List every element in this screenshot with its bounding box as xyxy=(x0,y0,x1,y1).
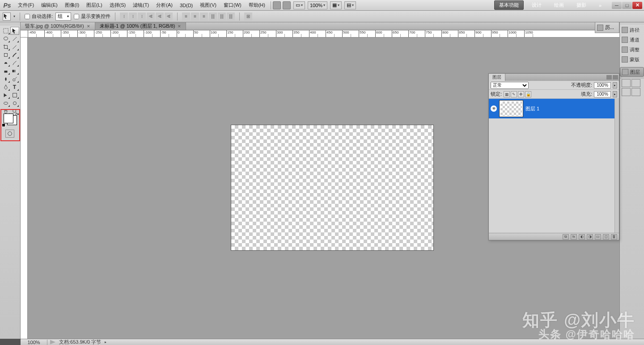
brush-preset-icon[interactable] xyxy=(631,79,640,87)
default-colors-icon[interactable] xyxy=(2,123,5,127)
window-maximize[interactable]: □ xyxy=(622,2,632,9)
opacity-field[interactable]: 100% xyxy=(594,82,611,88)
opacity-slider-icon[interactable]: ▸ xyxy=(613,82,617,88)
show-transform-check[interactable]: 显示变换控件 xyxy=(74,13,110,20)
healing-brush-tool-icon[interactable] xyxy=(1,51,10,59)
visibility-icon[interactable]: 👁 xyxy=(491,105,497,112)
history-panel-collapsed[interactable]: 历... xyxy=(595,22,619,33)
fill-field[interactable]: 100% xyxy=(594,91,611,97)
new-layer-icon[interactable]: ◻ xyxy=(603,234,609,240)
layer-item[interactable]: 👁 图层 1 xyxy=(489,99,619,118)
crop-tool-icon[interactable] xyxy=(1,43,10,51)
lock-pixels-icon[interactable]: ✎ xyxy=(511,91,517,97)
dist-right-icon[interactable]: ||| xyxy=(227,13,235,21)
lock-position-icon[interactable]: ✥ xyxy=(518,91,524,97)
menu-help[interactable]: 帮助(H) xyxy=(245,0,269,11)
new-group-icon[interactable]: ▭ xyxy=(595,234,601,240)
blend-mode-select[interactable]: 正常 xyxy=(491,82,529,89)
link-layers-icon[interactable]: ⧉ xyxy=(563,234,569,240)
status-play-icon[interactable] xyxy=(50,340,55,345)
workspace-more[interactable]: » xyxy=(594,2,606,9)
layer-name[interactable]: 图层 1 xyxy=(525,105,539,112)
lock-all-icon[interactable]: 🔒 xyxy=(525,91,531,97)
menu-file[interactable]: 文件(F) xyxy=(14,0,38,11)
status-doc-info[interactable]: 文档:653.9K/0 字节 xyxy=(55,339,105,345)
vertical-ruler[interactable] xyxy=(21,38,28,339)
fill-slider-icon[interactable]: ▸ xyxy=(613,91,617,97)
dist-top-icon[interactable]: ≡ xyxy=(182,13,190,21)
eyedropper-tool-icon[interactable] xyxy=(10,43,19,51)
move-tool-icon[interactable] xyxy=(10,27,19,35)
history-brush-tool-icon[interactable] xyxy=(10,59,19,67)
menu-window[interactable]: 窗口(W) xyxy=(220,0,245,11)
panel-menu-icon[interactable] xyxy=(613,75,618,80)
3d-camera-tool-icon[interactable] xyxy=(10,99,19,107)
menu-select[interactable]: 选择(S) xyxy=(106,0,130,11)
align-hcenter-icon[interactable]: ⫷ xyxy=(156,13,164,21)
layer-mask-icon[interactable]: ◐ xyxy=(579,234,585,240)
pen-tool-icon[interactable] xyxy=(1,83,10,91)
close-icon[interactable]: ✕ xyxy=(87,24,90,29)
align-vcenter-icon[interactable]: ⫶ xyxy=(129,13,137,21)
auto-select-check[interactable]: 自动选择: xyxy=(25,13,53,20)
adjustments-panel-button[interactable]: 调整 xyxy=(620,45,644,55)
horizontal-ruler[interactable]: -450-400-350-300-250-200-150-100-5005010… xyxy=(21,30,619,38)
doc-tab-1[interactable]: 未标题-1 @ 100% (图层 1, RGB/8)✕ xyxy=(95,22,186,30)
3d-rotate-tool-icon[interactable] xyxy=(1,99,10,107)
zoom-drop[interactable]: 100%▾ xyxy=(308,1,327,9)
auto-align-icon[interactable]: ⊞ xyxy=(244,13,252,21)
window-close[interactable]: ✕ xyxy=(632,2,642,9)
layers-panel-button[interactable]: 图层 xyxy=(620,67,644,77)
align-bottom-icon[interactable]: ⫶ xyxy=(138,13,146,21)
magic-wand-tool-icon[interactable] xyxy=(10,35,19,43)
bridge-icon[interactable] xyxy=(273,1,281,9)
path-select-tool-icon[interactable] xyxy=(1,91,10,99)
type-tool-icon[interactable]: T xyxy=(10,83,19,91)
lasso-tool-icon[interactable] xyxy=(1,35,10,43)
marquee-tool-icon[interactable] xyxy=(1,27,10,35)
window-minimize[interactable]: ─ xyxy=(612,2,622,9)
adjustment-layer-icon[interactable]: ◑ xyxy=(587,234,593,240)
clone-stamp-tool-icon[interactable] xyxy=(1,59,10,67)
workspace-design[interactable]: 设计 xyxy=(527,1,546,9)
gradient-tool-icon[interactable] xyxy=(10,67,19,75)
menu-3d[interactable]: 3D(D) xyxy=(176,0,196,11)
status-info-drop[interactable]: ▸ xyxy=(105,340,106,344)
brush-tool-icon[interactable] xyxy=(10,51,19,59)
menu-edit[interactable]: 编辑(E) xyxy=(38,0,61,11)
minibridge-icon[interactable] xyxy=(283,1,291,9)
character-panel-icon[interactable] xyxy=(631,88,640,96)
align-left-icon[interactable]: ⫷ xyxy=(147,13,155,21)
dist-hcenter-icon[interactable]: ||| xyxy=(218,13,226,21)
layers-tab[interactable]: 图层 xyxy=(489,74,505,81)
arrange-drop[interactable]: ▦▾ xyxy=(330,1,342,9)
status-zoom[interactable]: 100% xyxy=(21,340,47,345)
channels-panel-button[interactable]: 通道 xyxy=(620,35,644,45)
menu-layer[interactable]: 图层(L) xyxy=(83,0,106,11)
dist-vcenter-icon[interactable]: ≡ xyxy=(191,13,199,21)
layer-style-icon[interactable]: fx xyxy=(571,234,577,240)
clone-source-icon[interactable] xyxy=(622,88,631,96)
swap-colors-icon[interactable]: ⤺ xyxy=(15,112,19,116)
paths-panel-button[interactable]: 路径 xyxy=(620,25,644,35)
menu-filter[interactable]: 滤镜(T) xyxy=(129,0,153,11)
close-icon[interactable]: ✕ xyxy=(178,24,181,29)
dist-left-icon[interactable]: ||| xyxy=(209,13,217,21)
tool-preset-drop[interactable]: ▾ xyxy=(13,14,15,18)
workspace-painting[interactable]: 绘画 xyxy=(550,1,568,9)
menu-view[interactable]: 视图(V) xyxy=(196,0,220,11)
eraser-tool-icon[interactable] xyxy=(1,67,10,75)
layer-thumbnail[interactable] xyxy=(500,101,523,117)
lock-transparency-icon[interactable]: ▦ xyxy=(504,91,510,97)
screen-mode-drop[interactable]: ▭▾ xyxy=(293,1,305,9)
current-tool-icon[interactable] xyxy=(3,13,11,21)
tool-preset-icon[interactable] xyxy=(622,79,631,87)
auto-select-target[interactable]: 组 xyxy=(55,13,71,21)
extras-drop[interactable]: ▤▾ xyxy=(344,1,356,9)
layer-scrollbar[interactable] xyxy=(614,99,619,233)
doc-tab-0[interactable]: 暨车.jpg @ 100%(RGB/8#)✕ xyxy=(21,22,95,30)
menu-image[interactable]: 图像(I) xyxy=(61,0,83,11)
align-right-icon[interactable]: ⫷ xyxy=(165,13,173,21)
foreground-color-swatch[interactable] xyxy=(4,114,13,123)
dodge-tool-icon[interactable] xyxy=(10,75,19,83)
